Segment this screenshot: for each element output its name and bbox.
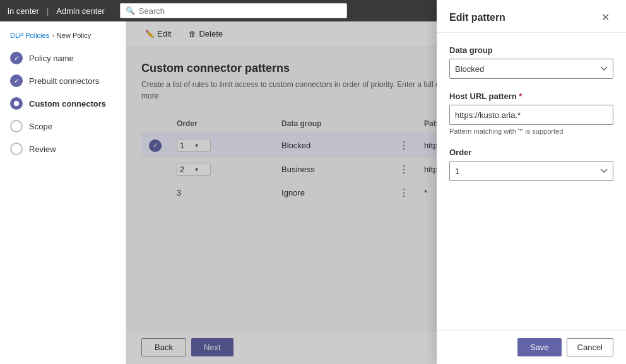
data-group-field: Data group Blocked Business Ignore — [449, 45, 613, 79]
nav-circle-scope — [10, 120, 23, 132]
panel-body: Data group Blocked Business Ignore Host … — [437, 33, 626, 330]
host-url-field: Host URL pattern Pattern matching with '… — [449, 91, 613, 135]
sidebar-item-policy-name[interactable]: ✓ Policy name — [0, 47, 126, 69]
checkmark-icon-2: ✓ — [14, 77, 20, 85]
search-bar[interactable]: 🔍 — [120, 3, 347, 18]
data-group-label: Data group — [449, 45, 613, 55]
edit-panel: Edit pattern ✕ Data group Blocked Busine… — [437, 0, 626, 364]
sidebar-item-scope[interactable]: Scope — [0, 115, 126, 138]
sidebar-label-custom: Custom connectors — [29, 99, 106, 109]
app-name: in center — [8, 6, 39, 16]
panel-close-button[interactable]: ✕ — [598, 10, 613, 25]
sidebar-label-scope: Scope — [29, 122, 52, 131]
breadcrumb: DLP Policies › New Policy — [0, 29, 126, 47]
panel-header: Edit pattern ✕ — [437, 0, 626, 33]
nav-circle-prebuilt: ✓ — [10, 74, 23, 87]
host-url-label: Host URL pattern — [449, 91, 613, 101]
panel-title: Edit pattern — [449, 12, 505, 23]
search-icon: 🔍 — [126, 6, 135, 15]
nav-separator: | — [47, 6, 49, 16]
order-field: Order 1 2 3 — [449, 148, 613, 181]
nav-circle-review — [10, 143, 23, 155]
sidebar-item-custom-connectors[interactable]: Custom connectors — [0, 92, 126, 115]
sidebar-label-review: Review — [29, 144, 56, 154]
sidebar-label-policy-name: Policy name — [29, 54, 74, 63]
cancel-button[interactable]: Cancel — [567, 338, 613, 356]
panel-footer: Save Cancel — [437, 330, 626, 364]
nav-circle-custom — [10, 97, 23, 110]
host-url-input[interactable] — [449, 105, 613, 125]
checkmark-icon: ✓ — [14, 54, 20, 62]
data-group-select[interactable]: Blocked Business Ignore — [449, 59, 613, 79]
sidebar-item-review[interactable]: Review — [0, 138, 126, 160]
breadcrumb-current: New Policy — [57, 32, 91, 39]
host-url-hint: Pattern matching with '*' is supported — [449, 127, 613, 135]
nav-circle-policy-name: ✓ — [10, 52, 23, 64]
order-select-panel[interactable]: 1 2 3 — [449, 161, 613, 181]
sidebar-item-prebuilt-connectors[interactable]: ✓ Prebuilt connectors — [0, 69, 126, 92]
sidebar: DLP Policies › New Policy ✓ Policy name … — [0, 21, 126, 364]
breadcrumb-separator: › — [52, 32, 54, 39]
breadcrumb-parent[interactable]: DLP Policies — [10, 32, 49, 39]
order-label: Order — [449, 148, 613, 157]
search-input[interactable] — [139, 6, 341, 16]
sidebar-label-prebuilt: Prebuilt connectors — [29, 76, 99, 86]
admin-center-label: Admin center — [56, 6, 105, 16]
save-button[interactable]: Save — [517, 338, 562, 356]
